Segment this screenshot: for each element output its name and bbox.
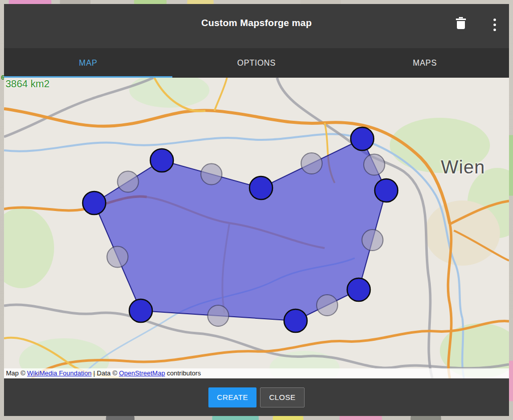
tab-options[interactable]: OPTIONS <box>172 48 341 78</box>
midpoint-handle[interactable] <box>118 171 139 192</box>
vertex-handle[interactable] <box>249 176 273 199</box>
midpoint-handle[interactable] <box>107 247 128 268</box>
tab-maps-label: MAPS <box>413 59 437 68</box>
tab-map-label: MAP <box>79 59 98 68</box>
vertex-handle[interactable] <box>347 278 370 301</box>
tab-maps[interactable]: MAPS <box>341 48 509 78</box>
vertex-handle[interactable] <box>375 179 398 202</box>
attribution-text-middle: | Data © <box>92 369 119 377</box>
close-button[interactable]: CLOSE <box>260 387 305 407</box>
custom-mapsforge-dialog: Custom Mapsforge map MAP OPTIONS MAPS <box>4 4 509 416</box>
dialog-footer: CREATE CLOSE <box>4 378 509 416</box>
trash-icon <box>456 23 466 31</box>
tab-options-label: OPTIONS <box>237 59 276 68</box>
wikimedia-foundation-link[interactable]: WikiMedia Foundation <box>27 369 92 377</box>
attribution-text-prefix: Map © <box>6 369 27 377</box>
dialog-header: Custom Mapsforge map <box>4 4 509 48</box>
midpoint-handle[interactable] <box>362 230 383 251</box>
map-canvas[interactable] <box>4 78 509 378</box>
overflow-menu-button[interactable] <box>491 15 498 34</box>
midpoint-handle[interactable] <box>301 153 322 174</box>
create-button[interactable]: CREATE <box>208 387 256 407</box>
map-view[interactable]: 3864 km2 Wien Map © WikiMedia Foundation… <box>4 78 509 378</box>
dialog-title: Custom Mapsforge map <box>4 18 509 29</box>
vertex-handle[interactable] <box>150 149 173 172</box>
openstreetmap-link[interactable]: OpenStreetMap <box>119 369 165 377</box>
tab-map[interactable]: MAP <box>4 48 172 78</box>
vertex-handle[interactable] <box>284 309 307 332</box>
vertex-handle[interactable] <box>83 191 106 215</box>
midpoint-handle[interactable] <box>364 154 385 175</box>
selected-area-label: 3864 km2 <box>6 78 50 90</box>
midpoint-handle[interactable] <box>201 164 222 185</box>
delete-button[interactable] <box>454 15 468 33</box>
city-label-wien: Wien <box>441 157 485 178</box>
map-attribution: Map © WikiMedia Foundation | Data © Open… <box>4 368 509 378</box>
tab-bar: MAP OPTIONS MAPS <box>4 48 509 78</box>
kebab-menu-icon <box>493 17 496 32</box>
vertex-handle[interactable] <box>129 299 152 322</box>
midpoint-handle[interactable] <box>208 305 229 326</box>
attribution-text-suffix: contributors <box>165 369 201 377</box>
midpoint-handle[interactable] <box>317 295 338 316</box>
vertex-handle[interactable] <box>351 127 374 150</box>
